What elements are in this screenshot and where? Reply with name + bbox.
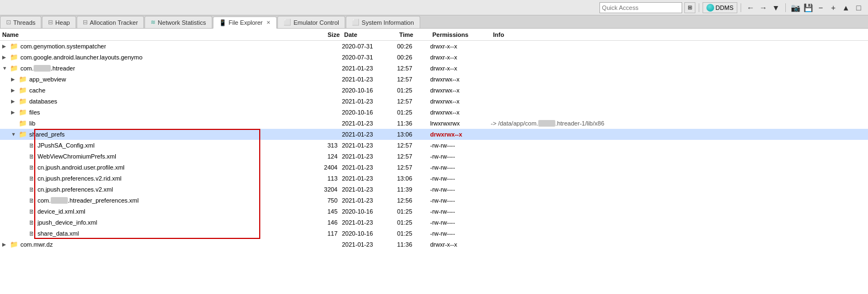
table-row[interactable]: 📁lib2021-01-2311:36lrwxrwxrwx-> /data/ap… <box>0 118 868 129</box>
cell-name-18: 🗎share_data.xml <box>0 230 309 237</box>
cell-name-16: 🗎device_id.xml.xml <box>0 208 309 215</box>
file-icon: 🗎 <box>29 175 35 182</box>
cell-date: 2021-01-23 <box>342 76 397 83</box>
cell-name-13: 🗎cn.jpush.preferences.v2.rid.xml <box>0 175 309 182</box>
action-icon-5[interactable]: ▲ <box>840 2 852 14</box>
table-row[interactable]: ▼📁com.████.htreader2021-01-2312:57drwxr-… <box>0 63 868 74</box>
tab-label: File Explorer <box>229 19 263 26</box>
cell-time: 12:57 <box>397 76 430 83</box>
file-icon: 🗎 <box>29 186 35 193</box>
table-row[interactable]: ▶📁databases2021-01-2312:57drwxrwx--x <box>0 96 868 107</box>
expand-icon[interactable]: ▶ <box>2 43 9 49</box>
tab-sysinfo[interactable]: ⬜System Information <box>346 16 420 28</box>
expand-icon[interactable]: ▶ <box>2 242 9 247</box>
action-icon-2[interactable]: 💾 <box>802 2 814 14</box>
col-header-info: Info <box>493 31 866 38</box>
table-row[interactable]: ▶📁app_webview2021-01-2312:57drwxrwx--x <box>0 74 868 85</box>
cell-name-14: 🗎cn.jpush.preferences.v2.xml <box>0 186 309 193</box>
action-icon-3[interactable]: − <box>815 2 827 14</box>
cell-name-11: 🗎WebViewChromiumPrefs.xml <box>0 153 309 160</box>
expand-icon[interactable]: ▼ <box>2 66 9 71</box>
tab-allocation[interactable]: ⊟Allocation Tracker <box>77 16 144 28</box>
table-row[interactable]: 🗎device_id.xml.xml1452020-10-1601:25-rw-… <box>0 206 868 217</box>
toolbar-action-group: 📷 💾 − + ▲ □ <box>789 2 865 14</box>
table-row[interactable]: 🗎cn.jpush.preferences.v2.xml32042021-01-… <box>0 184 868 195</box>
file-name: cn.jpush.android.user.profile.xml <box>37 164 125 171</box>
expand-icon[interactable]: ▶ <box>11 88 18 93</box>
cell-date: 2021-01-23 <box>342 175 397 182</box>
table-row[interactable]: 🗎com.████.htreader_preferences.xml750202… <box>0 195 868 206</box>
cell-permissions: drwxrwx--x <box>430 87 491 94</box>
cell-date: 2021-01-23 <box>342 241 397 248</box>
file-icon: 🗎 <box>29 153 35 160</box>
cell-permissions: drwxrwx--x <box>430 131 491 138</box>
cell-time: 00:26 <box>397 43 430 50</box>
tab-fileexplorer[interactable]: 📱File Explorer✕ <box>213 17 277 29</box>
tab-label: Emulator Control <box>293 19 339 26</box>
nav-forward-icon[interactable]: → <box>757 2 769 14</box>
cell-permissions: drwxrwx--x <box>430 98 491 105</box>
tab-threads[interactable]: ⊡Threads <box>0 16 41 28</box>
file-list[interactable]: ▶📁com.genymotion.systempatcher2020-07-31… <box>0 41 868 294</box>
cell-name-3: ▼📁com.████.htreader <box>0 64 309 72</box>
action-icon-4[interactable]: + <box>827 2 839 14</box>
emulator-icon: ⬜ <box>283 19 291 26</box>
tab-emulator[interactable]: ⬜Emulator Control <box>277 16 345 28</box>
cell-permissions: lrwxrwxrwx <box>430 120 491 127</box>
table-row[interactable]: ▶📁com.genymotion.systempatcher2020-07-31… <box>0 41 868 52</box>
table-row[interactable]: 🗎share_data.xml1172020-10-1601:25-rw-rw-… <box>0 228 868 239</box>
folder-icon: 📁 <box>19 75 27 83</box>
cell-time: 13:06 <box>397 131 430 138</box>
expand-icon[interactable]: ▼ <box>11 132 18 137</box>
file-icon: 🗎 <box>29 219 35 226</box>
table-row[interactable]: ▶📁com.google.android.launcher.layouts.ge… <box>0 52 868 63</box>
toolbar-layout-btn[interactable]: ⊞ <box>684 2 695 13</box>
tab-network[interactable]: ≋Network Statistics <box>144 16 212 28</box>
cell-time: 01:25 <box>397 109 430 116</box>
cell-name-2: ▶📁com.google.android.launcher.layouts.ge… <box>0 53 309 61</box>
file-name: cn.jpush.preferences.v2.xml <box>37 186 113 193</box>
table-row[interactable]: 🗎jpush_device_info.xml1462021-01-2301:25… <box>0 217 868 228</box>
file-name: com.genymotion.systempatcher <box>20 43 106 50</box>
nav-back-icon[interactable]: ← <box>744 2 757 14</box>
cell-permissions: -rw-rw---- <box>430 208 491 215</box>
expand-icon[interactable]: ▶ <box>11 110 18 115</box>
table-row[interactable]: 🗎cn.jpush.android.user.profile.xml240420… <box>0 162 868 173</box>
cell-size: 750 <box>309 197 342 204</box>
table-row[interactable]: 🗎cn.jpush.preferences.v2.rid.xml1132021-… <box>0 173 868 184</box>
cell-permissions: drwxr-x--x <box>430 54 491 61</box>
folder-icon: 📁 <box>19 97 27 105</box>
cell-name-12: 🗎cn.jpush.android.user.profile.xml <box>0 164 309 171</box>
folder-icon: 📁 <box>10 42 18 50</box>
expand-icon[interactable]: ▶ <box>11 99 18 104</box>
action-icon-6[interactable]: □ <box>853 2 865 14</box>
toolbar-nav-group: ← → ▼ <box>744 2 782 14</box>
tab-close-btn[interactable]: ✕ <box>266 20 271 25</box>
table-row[interactable]: ▼📁shared_prefs2021-01-2313:06drwxrwx--x <box>0 129 868 140</box>
file-name: com.████.htreader_preferences.xml <box>37 197 138 204</box>
expand-icon[interactable]: ▶ <box>11 77 18 82</box>
col-header-date: Date <box>344 31 399 38</box>
file-name: WebViewChromiumPrefs.xml <box>37 153 116 160</box>
cell-date: 2020-10-16 <box>342 109 397 116</box>
table-row[interactable]: 🗎WebViewChromiumPrefs.xml1242021-01-2312… <box>0 151 868 162</box>
quick-access-input[interactable] <box>599 2 682 13</box>
cell-date: 2020-07-31 <box>342 54 397 61</box>
tab-heap[interactable]: ⊟Heap <box>42 16 76 28</box>
cell-time: 12:57 <box>397 164 430 171</box>
ddms-button[interactable]: DDMS <box>703 2 737 13</box>
cell-date: 2021-01-23 <box>342 197 397 204</box>
col-header-size: Size <box>311 31 344 38</box>
expand-icon[interactable]: ▶ <box>2 55 9 60</box>
action-icon-1[interactable]: 📷 <box>789 2 801 14</box>
column-headers: Name Size Date Time Permissions Info <box>0 29 868 41</box>
cell-size: 124 <box>309 153 342 160</box>
table-row[interactable]: ▶📁files2020-10-1601:25drwxrwx--x <box>0 107 868 118</box>
nav-dropdown-icon[interactable]: ▼ <box>770 2 782 14</box>
cell-permissions: drwxr-x--x <box>430 43 491 50</box>
cell-name-15: 🗎com.████.htreader_preferences.xml <box>0 197 309 204</box>
table-row[interactable]: ▶📁com.mwr.dz2021-01-2311:36drwxr-x--x <box>0 239 868 250</box>
table-row[interactable]: 🗎JPushSA_Config.xml3132021-01-2312:57-rw… <box>0 140 868 151</box>
table-row[interactable]: ▶📁cache2020-10-1601:25drwxrwx--x <box>0 85 868 96</box>
cell-permissions: -rw-rw---- <box>430 230 491 237</box>
